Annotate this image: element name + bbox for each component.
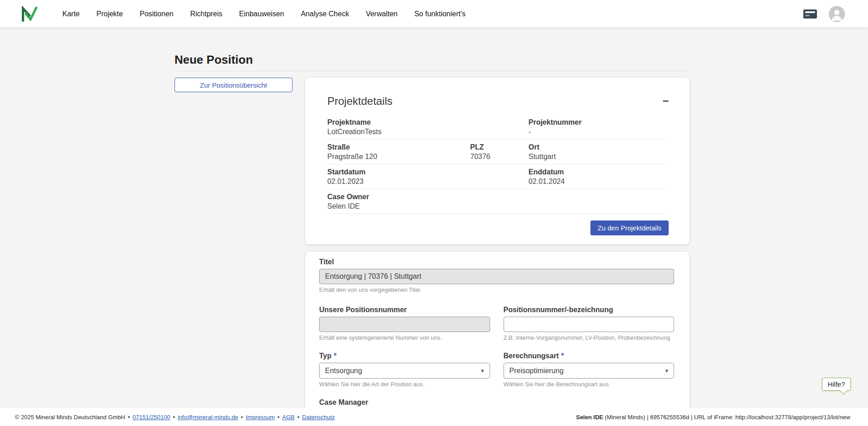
field-enddatum: Enddatum 02.01.2024 — [528, 168, 669, 186]
field-label: Straße — [327, 143, 470, 151]
back-to-positions-button[interactable]: Zur Positionsübersicht — [175, 78, 292, 92]
nav-item-verwalten[interactable]: Verwalten — [366, 10, 397, 18]
page-title: Neue Position — [175, 53, 689, 66]
content-grid: Zur Positionsübersicht Projektdetails – … — [175, 78, 689, 408]
session-user: Selen IDE — [576, 414, 603, 421]
field-projektnummer: Projektnummer - — [528, 118, 669, 136]
footer-separator: • — [173, 414, 175, 421]
nav-item-positionen[interactable]: Positionen — [140, 10, 174, 18]
positionsnummer-label: Positionsnummer/-bezeichnung — [504, 306, 613, 314]
mineral-minds-logo[interactable] — [20, 5, 38, 23]
positionsnummer-field: Positionsnummer/-bezeichnung Z.B. Intern… — [504, 306, 675, 341]
impressum-link[interactable]: Impressum — [245, 414, 274, 421]
case-manager-label: Case Manager — [319, 398, 368, 407]
footer-separator: • — [278, 414, 280, 421]
unsere-positionsnummer-label: Unsere Positionsnummer — [319, 306, 407, 314]
server-icon[interactable] — [803, 9, 817, 19]
main-column: Projektdetails – Projektname LotCreation… — [305, 78, 689, 408]
field-label: Enddatum — [528, 168, 669, 176]
nav-item-so-funktionierts[interactable]: So funktioniert's — [414, 10, 465, 18]
session-info: Selen IDE (Mineral Minds) | 69576255536d… — [576, 414, 850, 421]
phone-link[interactable]: 07151/250100 — [132, 414, 170, 421]
footer-separator: • — [241, 414, 243, 421]
case-manager-field: Case Manager ▾ — [319, 398, 490, 408]
field-value: 02.01.2024 — [528, 178, 669, 186]
side-column: Zur Positionsübersicht — [175, 78, 292, 92]
field-label: PLZ — [470, 143, 528, 151]
field-value: Stuttgart — [528, 153, 669, 161]
positionsnummer-helper: Z.B. Interne-Vorgangsnummer, LV-Position… — [504, 334, 675, 341]
project-details-actions: Zu den Projektdetails — [327, 220, 669, 235]
chevron-down-icon: ▾ — [665, 367, 668, 374]
typ-helper: Wählen Sie hier die Art der Position aus… — [319, 381, 490, 388]
titel-label: Titel — [319, 258, 334, 266]
field-value: 70376 — [470, 153, 528, 161]
berechnungsart-helper: Wählen Sie hier die Berechnungsart aus. — [504, 381, 675, 388]
collapse-icon[interactable]: – — [663, 95, 669, 106]
field-value: 02.01.2023 — [327, 178, 528, 186]
titel-input — [319, 269, 674, 284]
go-to-project-details-button[interactable]: Zu den Projektdetails — [590, 220, 669, 235]
email-link[interactable]: info@mineral-minds.de — [178, 414, 238, 421]
footer-separator: • — [297, 414, 300, 421]
nav-item-projekte[interactable]: Projekte — [96, 10, 123, 18]
nav-right-controls — [803, 6, 845, 22]
field-label: Projektname — [327, 118, 528, 126]
session-details: (Mineral Minds) | 69576255536d | URL of … — [603, 414, 850, 421]
project-details-header: Projektdetails – — [327, 95, 669, 108]
field-case-owner: Case Owner Selen IDE — [327, 193, 528, 211]
berechnungsart-label: Berechnungsart — [504, 352, 559, 360]
positionsnummer-input[interactable] — [504, 317, 675, 332]
field-value: LotCreationTests — [327, 128, 528, 136]
field-ort: Ort Stuttgart — [528, 143, 669, 161]
title-divider — [175, 71, 689, 71]
table-row: Straße Pragstraße 120 PLZ 70376 Ort Stut… — [327, 140, 669, 164]
person-icon — [829, 6, 845, 22]
field-strasse: Straße Pragstraße 120 — [327, 143, 470, 161]
unsere-positionsnummer-helper: Erhält eine systemgenerierte Nummer von … — [319, 334, 490, 341]
field-value: Selen IDE — [327, 202, 528, 211]
unsere-positionsnummer-input — [319, 317, 490, 332]
datenschutz-link[interactable]: Datenschutz — [302, 414, 335, 421]
main-content: Neue Position Zur Positionsübersicht Pro… — [0, 28, 868, 408]
agb-link[interactable]: AGB — [282, 414, 294, 421]
berechnungsart-select-value: Preisoptimierung — [509, 367, 564, 375]
position-form-card: Titel Erhält den von uns vorgegebenen Ti… — [305, 252, 689, 408]
unsere-positionsnummer-field: Unsere Positionsnummer Erhält eine syste… — [319, 306, 490, 341]
field-label: Ort — [528, 143, 669, 151]
field-label: Projektnummer — [528, 118, 669, 126]
footer-separator: • — [128, 414, 130, 421]
project-details-title: Projektdetails — [327, 95, 392, 108]
required-asterisk: * — [334, 352, 336, 360]
main-nav: Karte Projekte Positionen Richtpreis Ein… — [62, 10, 466, 18]
field-plz: PLZ 70376 — [470, 143, 528, 161]
table-row: Projektname LotCreationTests Projektnumm… — [327, 115, 669, 140]
nav-item-richtpreis[interactable]: Richtpreis — [190, 10, 222, 18]
nav-item-einbauweisen[interactable]: Einbauweisen — [239, 10, 284, 18]
footer: © 2025 Mineral Minds Deutschland GmbH • … — [0, 408, 868, 426]
field-label: Startdatum — [327, 168, 528, 176]
field-label: Case Owner — [327, 193, 528, 201]
titel-helper: Erhält den von uns vorgegebenen Titel. — [319, 286, 674, 293]
field-value: - — [528, 128, 669, 136]
berechnungsart-select[interactable]: Preisoptimierung ▾ — [504, 363, 675, 379]
project-details-table: Projektname LotCreationTests Projektnumm… — [327, 115, 669, 214]
project-details-card: Projektdetails – Projektname LotCreation… — [305, 78, 689, 244]
nav-item-analyse-check[interactable]: Analyse Check — [301, 10, 349, 18]
field-projektname: Projektname LotCreationTests — [327, 118, 528, 136]
berechnungsart-field: Berechnungsart* Preisoptimierung ▾ Wähle… — [504, 352, 675, 388]
field-startdatum: Startdatum 02.01.2023 — [327, 168, 528, 186]
form-grid: Unsere Positionsnummer Erhält eine syste… — [319, 306, 674, 408]
table-row: Case Owner Selen IDE — [327, 189, 669, 214]
required-asterisk: * — [561, 352, 564, 360]
typ-select[interactable]: Entsorgung ▾ — [319, 363, 490, 379]
help-button[interactable]: Hilfe? — [822, 378, 851, 391]
nav-item-karte[interactable]: Karte — [62, 10, 80, 18]
titel-field: Titel Erhält den von uns vorgegebenen Ti… — [319, 258, 674, 293]
typ-select-value: Entsorgung — [325, 367, 362, 375]
table-row: Startdatum 02.01.2023 Enddatum 02.01.202… — [327, 164, 669, 189]
field-value: Pragstraße 120 — [327, 153, 470, 161]
user-avatar[interactable] — [829, 6, 845, 22]
top-navigation: Karte Projekte Positionen Richtpreis Ein… — [0, 0, 868, 28]
typ-label: Typ — [319, 352, 331, 360]
